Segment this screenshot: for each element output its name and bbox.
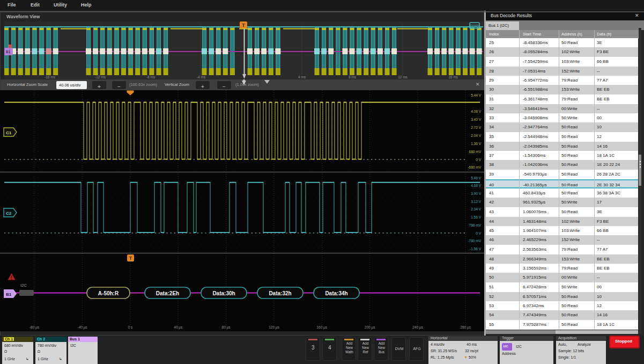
svg-text:-8 ms: -8 ms	[146, 75, 156, 79]
svg-text:5.44 V: 5.44 V	[471, 93, 481, 97]
svg-text:680 mV: 680 mV	[469, 150, 482, 154]
svg-text:12 ms: 12 ms	[398, 75, 408, 79]
svg-text:0 V: 0 V	[476, 158, 481, 162]
svg-text:16 ms: 16 ms	[448, 75, 458, 79]
svg-text:-1.56 V: -1.56 V	[470, 247, 482, 251]
svg-text:B1: B1	[6, 292, 12, 297]
svg-text:C2: C2	[6, 211, 12, 216]
svg-text:1.36 V: 1.36 V	[471, 142, 481, 145]
svg-text:2.72 V: 2.72 V	[471, 126, 481, 129]
svg-text:T: T	[242, 23, 245, 28]
svg-text:80 μs: 80 μs	[222, 325, 231, 330]
svg-text:-40 μs: -40 μs	[77, 325, 87, 330]
svg-text:Data:34h: Data:34h	[325, 290, 347, 296]
svg-text:-680 mV: -680 mV	[468, 165, 481, 169]
svg-text:-12 ms: -12 ms	[95, 75, 106, 79]
svg-text:780 mV: 780 mV	[469, 223, 482, 227]
svg-text:B1: B1	[6, 50, 11, 54]
svg-text:3.90 V: 3.90 V	[471, 192, 481, 195]
svg-text:3.12 V: 3.12 V	[471, 200, 481, 203]
svg-text:Data:32h: Data:32h	[269, 290, 291, 296]
svg-text:-780 mV: -780 mV	[468, 239, 481, 243]
svg-text:8 ms: 8 ms	[349, 75, 357, 79]
svg-text:5.46 V: 5.46 V	[471, 176, 481, 180]
svg-text:2.04 V: 2.04 V	[471, 134, 481, 137]
svg-text:Data:30h: Data:30h	[212, 290, 235, 296]
svg-text:4 ms: 4 ms	[298, 75, 306, 79]
svg-text:C1: C1	[6, 130, 12, 135]
svg-text:280 μs: 280 μs	[460, 325, 471, 330]
svg-text:Data:2Eh: Data:2Eh	[156, 290, 179, 296]
svg-text:I2C: I2C	[20, 283, 27, 288]
svg-text:4.68 V: 4.68 V	[471, 184, 481, 187]
svg-text:A-50h:R: A-50h:R	[98, 290, 119, 296]
svg-text:T: T	[129, 256, 132, 261]
svg-text:3.40 V: 3.40 V	[471, 118, 481, 121]
svg-text:0 V: 0 V	[476, 231, 481, 235]
svg-text:240 μs: 240 μs	[412, 325, 423, 330]
svg-text:0 s: 0 s	[128, 325, 133, 329]
svg-text:120 μs: 120 μs	[269, 325, 279, 330]
svg-text:4.08 V: 4.08 V	[471, 110, 481, 113]
svg-text:160 μs: 160 μs	[316, 325, 327, 330]
svg-text:-4 ms: -4 ms	[197, 75, 206, 79]
svg-text:-16 ms: -16 ms	[45, 75, 56, 79]
svg-text:40 μs: 40 μs	[174, 325, 183, 330]
svg-text:-80 μs: -80 μs	[29, 325, 40, 330]
svg-text:1.56 V: 1.56 V	[471, 215, 481, 219]
svg-text:2.34 V: 2.34 V	[471, 207, 481, 211]
svg-text:200 μs: 200 μs	[365, 325, 375, 330]
